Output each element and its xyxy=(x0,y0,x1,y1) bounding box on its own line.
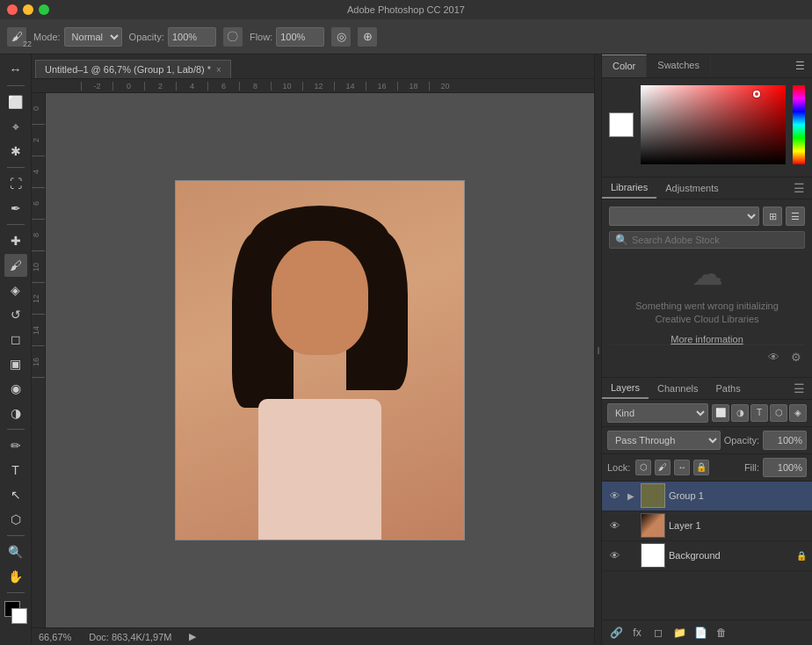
move-tool[interactable]: ↔ xyxy=(4,58,27,81)
blur-tool[interactable]: ◉ xyxy=(4,377,27,400)
libraries-error-text: Something went wrong initializing Creati… xyxy=(635,300,779,327)
lasso-tool[interactable]: ⌖ xyxy=(4,115,27,138)
opacity-group: Opacity: xyxy=(129,27,216,47)
background-color[interactable] xyxy=(11,608,27,624)
flow-group: Flow: xyxy=(250,27,324,47)
search-icon: 🔍 xyxy=(615,234,628,246)
libraries-settings-icon[interactable]: ⚙ xyxy=(787,349,805,366)
brush-tool-indicator: 🖌 22 xyxy=(7,27,26,47)
libraries-list-view[interactable]: ☰ xyxy=(786,207,805,226)
link-layers-icon[interactable]: 🔗 xyxy=(607,624,625,641)
text-tool[interactable]: T xyxy=(4,459,27,482)
filter-adjustment-icon[interactable]: ◑ xyxy=(731,404,749,422)
tab-close-btn[interactable]: × xyxy=(216,65,221,75)
layer-lock-icon: 🔒 xyxy=(796,551,807,561)
pen-tool[interactable]: ✏ xyxy=(4,434,27,457)
flow-input[interactable] xyxy=(276,27,324,47)
marquee-tool[interactable]: ⬜ xyxy=(4,91,27,113)
blend-mode-select[interactable]: Pass Through xyxy=(607,431,721,450)
canvas-viewport[interactable] xyxy=(46,93,594,627)
eyedropper-tool[interactable]: ✒ xyxy=(4,197,27,220)
layer-visibility-layer1[interactable]: 👁 xyxy=(607,518,621,533)
brush-tool[interactable]: 🖌 xyxy=(4,254,27,277)
layer-row[interactable]: 👁 Layer 1 xyxy=(602,511,812,541)
opacity-input[interactable] xyxy=(168,27,216,47)
tool-separator-2 xyxy=(7,167,25,168)
toolbar: 🖌 22 Mode: Normal Opacity: 〇 Flow: ◎ ⊕ xyxy=(0,19,812,54)
nav-arrow[interactable]: ▶ xyxy=(189,631,196,642)
layer-effects-icon[interactable]: fx xyxy=(628,624,646,641)
path-select-tool[interactable]: ↖ xyxy=(4,483,27,506)
color-spectrum-bar[interactable] xyxy=(793,85,805,164)
create-layer-icon[interactable]: 📄 xyxy=(692,624,709,641)
ruler-mark: 20 xyxy=(429,82,460,91)
tab-libraries[interactable]: Libraries xyxy=(602,178,656,199)
clone-tool[interactable]: ◈ xyxy=(4,279,27,301)
tab-paths[interactable]: Paths xyxy=(707,379,750,398)
delete-layer-icon[interactable]: 🗑 xyxy=(713,624,730,641)
collapse-handle[interactable]: ‖ xyxy=(594,54,601,645)
libraries-dropdown[interactable] xyxy=(609,207,759,226)
lock-position-icon[interactable]: ↔ xyxy=(674,460,690,475)
filter-pixel-icon[interactable]: ⬜ xyxy=(712,404,729,422)
zoom-tool[interactable]: 🔍 xyxy=(4,540,27,563)
libraries-eye-icon[interactable]: 👁 xyxy=(765,349,782,366)
layer-visibility-background[interactable]: 👁 xyxy=(607,548,621,562)
brush-size-badge: 22 xyxy=(23,40,32,48)
lock-pixels-icon[interactable]: 🖌 xyxy=(655,460,671,475)
close-button[interactable] xyxy=(7,4,18,15)
ruler-mark: -2 xyxy=(81,82,112,91)
healing-tool[interactable]: ✚ xyxy=(4,229,27,252)
add-mask-icon[interactable]: ◻ xyxy=(649,624,667,641)
mode-select[interactable]: Normal xyxy=(64,27,122,47)
color-swatch-foreground[interactable] xyxy=(609,112,634,137)
filter-smart-icon[interactable]: ◈ xyxy=(789,404,807,422)
crop-tool[interactable]: ⛶ xyxy=(4,172,27,195)
libraries-search-input[interactable] xyxy=(632,235,799,245)
tab-color[interactable]: Color xyxy=(602,54,647,77)
filter-shape-icon[interactable]: ⬡ xyxy=(770,404,787,422)
fill-value-input[interactable] xyxy=(763,458,807,477)
layer-row[interactable]: 👁 Background 🔒 xyxy=(602,541,812,571)
ruler-mark-v: 8 xyxy=(32,220,45,251)
create-group-icon[interactable]: 📁 xyxy=(671,624,688,641)
layer-visibility-group1[interactable]: 👁 xyxy=(607,489,621,503)
tablet-icon[interactable]: ⊕ xyxy=(358,27,377,47)
tab-adjustments[interactable]: Adjustments xyxy=(656,178,728,198)
filter-text-icon[interactable]: T xyxy=(750,404,768,422)
color-gradient-picker[interactable] xyxy=(641,85,786,164)
eraser-tool[interactable]: ◻ xyxy=(4,328,27,351)
gradient-tool[interactable]: ▣ xyxy=(4,352,27,375)
more-info-link[interactable]: More information xyxy=(671,334,743,344)
color-swatches[interactable] xyxy=(4,601,27,624)
maximize-button[interactable] xyxy=(39,4,49,15)
opacity-value-input[interactable] xyxy=(763,431,807,450)
lock-all-icon[interactable]: 🔒 xyxy=(693,460,709,475)
libraries-menu-btn[interactable]: ☰ xyxy=(787,178,812,199)
tab-channels[interactable]: Channels xyxy=(649,379,707,398)
color-gradient-main[interactable] xyxy=(641,85,786,164)
lock-transparent-icon[interactable]: ⬡ xyxy=(635,460,651,475)
tab-swatches[interactable]: Swatches xyxy=(647,54,711,77)
airbrush-icon[interactable]: 〇 xyxy=(223,27,243,47)
title-bar: Adobe Photoshop CC 2017 xyxy=(0,0,812,19)
libraries-search-bar[interactable]: 🔍 xyxy=(609,231,805,249)
ruler-mark-v: 4 xyxy=(32,156,45,188)
document-tab[interactable]: Untitled–1 @ 66,7% (Group 1, Lab/8) * × xyxy=(35,60,231,78)
libraries-grid-view[interactable]: ⊞ xyxy=(763,207,782,226)
minimize-button[interactable] xyxy=(23,4,33,15)
layer-expand-group1[interactable]: ▶ xyxy=(625,489,637,502)
quick-select-tool[interactable]: ✱ xyxy=(4,140,27,163)
layers-menu-btn[interactable]: ☰ xyxy=(787,378,812,399)
layer-row[interactable]: 👁 ▶ Group 1 xyxy=(602,482,812,511)
hand-tool[interactable]: ✋ xyxy=(4,565,27,588)
shape-tool[interactable]: ⬡ xyxy=(4,508,27,531)
dodge-tool[interactable]: ◑ xyxy=(4,402,27,424)
filter-kind-select[interactable]: Kind xyxy=(607,403,708,423)
color-panel-menu[interactable]: ☰ xyxy=(788,54,812,77)
tab-layers[interactable]: Layers xyxy=(602,378,649,399)
layer-thumb-layer1 xyxy=(641,513,665,538)
pressure-icon[interactable]: ◎ xyxy=(331,27,351,47)
layer-expand-background xyxy=(625,549,637,562)
history-brush-tool[interactable]: ↺ xyxy=(4,303,27,326)
